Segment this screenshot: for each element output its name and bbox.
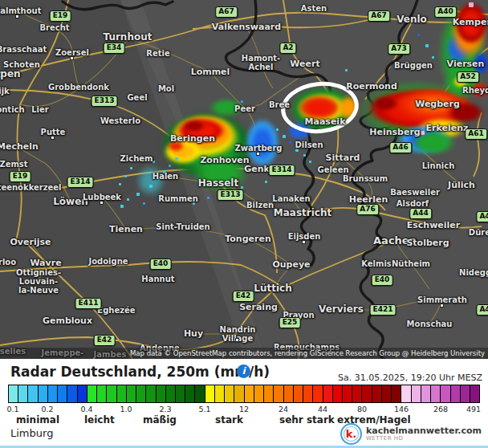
town-dot: [256, 152, 260, 156]
town-label: Rheydt: [462, 86, 488, 95]
colorbar-tick: 0.1: [6, 405, 18, 413]
colorbar-segment: [441, 385, 450, 402]
town-label: Monschau: [407, 320, 453, 328]
town-label: Valkenswaard: [212, 22, 281, 32]
road-badge: E25: [279, 317, 301, 328]
colorbar-segment: [48, 385, 58, 402]
road-badge: A4: [476, 211, 488, 222]
colorbar-segment: [254, 385, 264, 402]
town-label: Baesweiler: [390, 188, 440, 197]
town-label: Löwen: [53, 197, 88, 207]
colorbar-category: leicht: [84, 414, 115, 426]
colorbar-segment: [9, 385, 18, 402]
colorbar-segment: [372, 385, 382, 402]
town-label: Zichem: [120, 154, 153, 163]
town-label: Schoten: [3, 60, 40, 69]
colorbar-segment: [234, 385, 244, 402]
town-label: Roermond: [346, 82, 397, 92]
colorbar-segment: [146, 385, 156, 402]
town-label: Wegberg: [415, 100, 460, 109]
town-label: Ottignies- Louvain- la-Neuve: [16, 268, 61, 295]
colorbar-segment: [107, 385, 116, 402]
brand-logo-link[interactable]: k. kachelmannwetter.com WETTER HD: [340, 423, 482, 445]
colorbar-segment: [39, 385, 48, 402]
road-badge: A44: [409, 208, 432, 219]
town-label: ontich: [0, 105, 25, 114]
colorbar-tick: 491: [466, 405, 481, 413]
colorbar-segment: [284, 385, 294, 402]
town-label: Seraing: [239, 303, 278, 312]
town-label: Huy: [184, 329, 203, 339]
town-label: Jülich: [448, 181, 475, 190]
town-label: Zwartberg: [235, 144, 283, 153]
brand-name: kachelmannwetter.com: [366, 426, 482, 436]
colorbar-segment: [303, 385, 313, 402]
town-label: Genk: [244, 165, 270, 174]
colorbar-category: sehr stark: [279, 414, 335, 426]
map-viewport[interactable]: KalmthoutBrechtBrasschaatSchotenrpenijkZ…: [0, 0, 488, 359]
town-label: Zonhoven: [200, 156, 249, 165]
colorbar-segment: [245, 385, 254, 402]
map-labels: KalmthoutBrechtBrasschaatSchotenrpenijkZ…: [0, 0, 488, 359]
town-dot: [51, 136, 55, 140]
colorbar-segment: [401, 385, 411, 402]
colorbar-segment: [264, 385, 274, 402]
colorbar-segment: [136, 385, 146, 402]
colorbar-segment: [294, 385, 303, 402]
road-badge: A40: [434, 6, 457, 18]
colorbar-segment: [176, 385, 185, 402]
town-label: Venlo: [396, 14, 427, 25]
colorbar: [8, 385, 480, 403]
town-label: Mecheln: [0, 142, 39, 152]
town-label: Geleen: [317, 165, 348, 174]
colorbar-segment: [461, 385, 470, 402]
road-badge: E314: [67, 177, 94, 188]
town-label: Gembloux: [43, 316, 92, 326]
town-label: Hasselt: [198, 178, 238, 189]
town-label: Rummen: [158, 194, 198, 203]
colorbar-tick: 2.3: [159, 405, 171, 413]
town-label: Lanaken: [272, 194, 310, 203]
colorbar-segment: [67, 385, 77, 402]
town-label: Lommel: [191, 67, 230, 77]
town-label: Alsdorf: [396, 199, 429, 208]
road-badge: E421: [370, 304, 396, 316]
road-badge: A61: [465, 128, 487, 140]
town-label: Brunssum: [343, 174, 388, 183]
town-label: Verviers: [319, 304, 364, 315]
town-label: Dilsen: [295, 141, 323, 149]
town-label: Retie: [146, 49, 169, 58]
colorbar-segment: [323, 385, 333, 402]
town-label: Weert: [290, 59, 319, 69]
town-label: Zoersel: [55, 48, 89, 57]
town-dot: [235, 338, 239, 342]
town-label: Aachen: [373, 235, 417, 246]
town-label: Kempen: [453, 18, 488, 27]
town-label: Nütheim: [392, 259, 430, 268]
colorbar-segment: [313, 385, 323, 402]
road-badge: E42: [233, 291, 254, 302]
town-label: Eschweiler: [407, 221, 460, 230]
town-label: Wavre: [30, 259, 61, 268]
town-label: Lier: [31, 105, 49, 114]
road-badge: E19: [10, 171, 31, 182]
colorbar-category: stark: [215, 414, 243, 426]
colorbar-segment: [205, 385, 215, 402]
colorbar-segment: [362, 385, 372, 402]
town-label: Tienen: [109, 225, 143, 234]
town-label: Viersen: [447, 59, 485, 69]
info-icon[interactable]: i: [237, 365, 250, 378]
road-badge: A73: [388, 43, 410, 55]
town-dot: [70, 56, 74, 60]
road-badge: A4: [476, 304, 488, 316]
timestamp: Sa. 31.05.2025, 19:20 Uhr MESZ: [338, 373, 482, 383]
town-label: Maaseik: [305, 117, 346, 127]
colorbar-segment: [343, 385, 352, 402]
colorbar-segment: [117, 385, 127, 402]
brand-subtitle: WETTER HD: [366, 436, 482, 442]
town-label: Stolberg: [406, 238, 449, 248]
town-label: Oupeye: [272, 260, 310, 270]
road-badge: A46: [389, 142, 412, 153]
town-label: rpen: [0, 69, 21, 79]
town-label: Steenokkerzeel: [0, 183, 62, 192]
